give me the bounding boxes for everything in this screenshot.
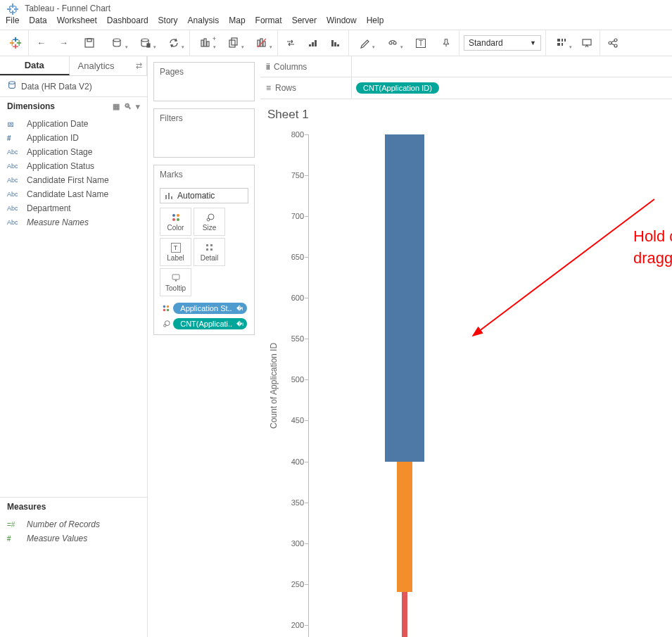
swap-axes-button[interactable] <box>282 34 299 51</box>
fit-mode-select[interactable]: Standard ▼ <box>464 35 541 51</box>
sort-asc-button[interactable] <box>305 34 322 51</box>
sort-desc-button[interactable] <box>327 34 344 51</box>
bar-segment[interactable] <box>397 462 412 593</box>
menu-map[interactable]: Map <box>229 15 245 30</box>
menu-file[interactable]: File <box>6 15 19 30</box>
axis-tick: 400 <box>291 458 304 466</box>
measures-label: Measures <box>7 502 46 512</box>
save-button[interactable] <box>78 34 101 51</box>
duplicate-button[interactable]: ▾ <box>222 34 245 51</box>
presentation-button[interactable] <box>578 34 595 51</box>
datasource-row[interactable]: Data (HR Data V2) <box>0 76 147 96</box>
dimension-field[interactable]: 📅︎Application Date <box>0 117 147 131</box>
plot-area[interactable] <box>308 134 500 637</box>
dimensions-header: Dimensions ▦ 🔍︎ ▾ <box>0 96 147 115</box>
columns-label: Columns <box>274 62 307 72</box>
axis-tick: 350 <box>291 498 304 507</box>
marks-color-cell[interactable]: Color <box>160 208 191 236</box>
filters-card[interactable]: Filters <box>153 108 255 158</box>
tab-data[interactable]: Data <box>0 56 70 75</box>
axis-tick: 550 <box>291 334 304 343</box>
undo-button[interactable]: ← <box>33 34 50 51</box>
new-datasource-button[interactable]: ▾ <box>106 34 129 51</box>
share-button[interactable] <box>604 34 621 51</box>
measure-field[interactable]: #Measure Values <box>0 531 147 545</box>
tableau-logo-icon <box>6 2 20 16</box>
marks-size-cell[interactable]: Size <box>194 208 225 236</box>
menu-story[interactable]: Story <box>158 15 178 30</box>
svg-rect-9 <box>13 39 18 40</box>
menu-help[interactable]: Help <box>367 15 384 30</box>
measures-list: =#Number of Records#Measure Values <box>0 516 147 637</box>
rows-pill[interactable]: CNT(Application ID) <box>356 82 439 94</box>
svg-point-55 <box>177 218 179 221</box>
datasource-icon <box>7 80 17 92</box>
color-icon <box>161 304 170 313</box>
svg-rect-58 <box>206 244 208 246</box>
dimension-field[interactable]: AbcApplication Status <box>0 159 147 173</box>
menu-dashboard[interactable]: Dashboard <box>107 15 148 30</box>
svg-rect-3 <box>10 12 15 13</box>
marks-detail-cell[interactable]: Detail <box>194 238 225 266</box>
pages-card[interactable]: Pages <box>153 62 255 101</box>
menu-format[interactable]: Format <box>255 15 282 30</box>
tab-analytics[interactable]: Analytics⇄ <box>70 56 148 75</box>
search-icon[interactable]: 🔍︎ <box>124 102 132 111</box>
mark-type-value: Automatic <box>177 191 215 201</box>
dimension-field[interactable]: AbcCandidate First Name <box>0 173 147 187</box>
field-name: Measure Names <box>27 217 89 227</box>
pin-button[interactable] <box>438 34 455 51</box>
marks-label-cell[interactable]: T Label <box>160 238 191 266</box>
marks-tooltip-cell[interactable]: Tooltip <box>160 268 191 296</box>
dimension-field[interactable]: AbcApplication Stage <box>0 145 147 159</box>
y-axis: 200250300350400450500550600650700750800 <box>280 134 308 637</box>
measure-field[interactable]: =#Number of Records <box>0 517 147 531</box>
svg-rect-7 <box>15 6 17 12</box>
dimension-field[interactable]: AbcMeasure Names <box>0 215 147 229</box>
menu-data[interactable]: Data <box>29 15 46 30</box>
dimension-field[interactable]: #Application ID <box>0 131 147 145</box>
svg-rect-25 <box>229 40 235 47</box>
view-grid-icon[interactable]: ▦ <box>113 102 120 111</box>
marks-pill[interactable]: Application St..�i <box>173 303 247 314</box>
columns-shelf[interactable]: iii Columns <box>260 56 672 77</box>
filters-card-title: Filters <box>154 109 254 127</box>
svg-rect-35 <box>334 42 336 46</box>
menu-server[interactable]: Server <box>292 15 317 30</box>
svg-rect-11 <box>13 46 18 47</box>
marks-tooltip-label: Tooltip <box>165 284 186 292</box>
menu-caret-icon[interactable]: ▾ <box>136 102 140 111</box>
sheet-title[interactable]: Sheet 1 <box>267 103 672 129</box>
field-name: Measure Values <box>27 534 87 543</box>
refresh-button[interactable]: ▾ <box>163 34 185 51</box>
dimension-field[interactable]: AbcDepartment <box>0 201 147 215</box>
bar-segment[interactable] <box>402 592 407 637</box>
show-labels-button[interactable]: T <box>410 34 432 51</box>
bar-segment[interactable] <box>385 134 424 462</box>
svg-point-48 <box>9 82 15 84</box>
menu-window[interactable]: Window <box>327 15 357 30</box>
menu-analysis[interactable]: Analysis <box>188 15 220 30</box>
dimensions-label: Dimensions <box>7 101 55 111</box>
dimension-field[interactable]: AbcCandidate Last Name <box>0 187 147 201</box>
marks-pill-row[interactable]: Application St..�i <box>157 301 251 316</box>
highlight-button[interactable]: ▾ <box>353 34 376 51</box>
group-button[interactable]: ▾ <box>381 34 404 51</box>
rows-label: Rows <box>275 83 296 93</box>
menu-worksheet[interactable]: Worksheet <box>57 15 97 30</box>
clear-button[interactable]: ▾ <box>251 34 273 51</box>
annotation-text: Hold down the Crtl key before dragging t… <box>633 226 672 270</box>
redo-button[interactable]: → <box>56 34 72 51</box>
mark-type-select[interactable]: Automatic <box>160 188 248 203</box>
marks-pill-row[interactable]: CNT(Applicati..�i <box>157 316 251 332</box>
rows-shelf[interactable]: ≡ Rows CNT(Application ID) <box>260 77 672 99</box>
svg-point-38 <box>393 42 396 44</box>
new-worksheet-button[interactable]: +▾ <box>194 34 217 51</box>
show-me-button[interactable]: ▾ <box>550 34 573 51</box>
marks-pill[interactable]: CNT(Applicati..�i <box>173 318 247 329</box>
sidebar-tabs: Data Analytics⇄ <box>0 56 147 76</box>
tableau-logo-button[interactable] <box>7 34 24 51</box>
pause-updates-button[interactable]: ▾ <box>134 34 157 51</box>
svg-rect-32 <box>312 42 314 46</box>
svg-rect-1 <box>10 6 15 7</box>
